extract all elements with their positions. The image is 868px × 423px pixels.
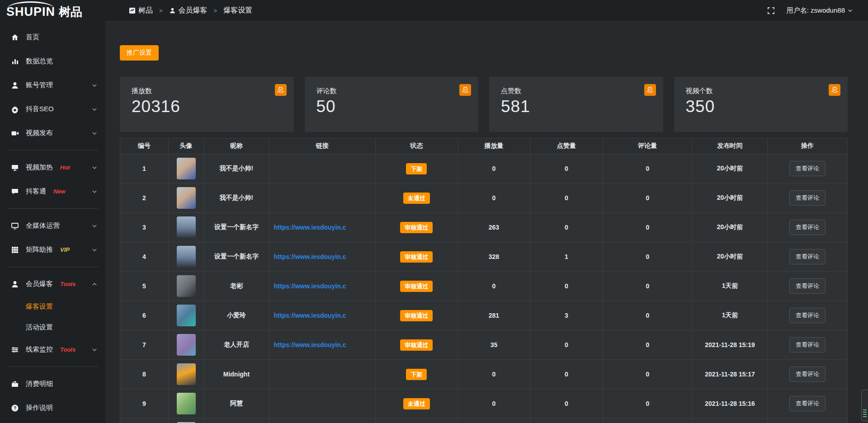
video-link[interactable]: https://www.iesdouyin.c (269, 282, 375, 290)
sidebar-item-label: 消费明细 (26, 380, 53, 388)
sidebar-subitem-activity-settings[interactable]: 活动设置 (0, 317, 105, 338)
breadcrumb-item-member-baoke[interactable]: 会员爆客 (179, 6, 208, 15)
cell-status: 审核通过 (375, 330, 458, 360)
floating-widget[interactable] (861, 390, 868, 421)
column-header-actions: 操作 (767, 138, 847, 154)
status-badge: 审核通过 (400, 339, 433, 351)
new-badge: New (53, 188, 66, 195)
cell-likes: 0 (530, 213, 603, 242)
cell-avatar (168, 301, 203, 330)
avatar (177, 393, 196, 414)
sidebar-item-consumption-details[interactable]: 消费明细 (0, 372, 105, 396)
view-comments-button[interactable]: 查看评论 (789, 161, 826, 176)
cell-link: https://www.iesdouyin.c (269, 272, 375, 301)
grid-icon (11, 246, 19, 254)
user-menu[interactable]: 用户名: zswodun88 (787, 6, 853, 15)
avatar (177, 216, 196, 238)
video-link[interactable]: https://www.iesdouyin.c (269, 312, 375, 319)
chevron-down-icon (92, 347, 97, 352)
cell-comments: 0 (603, 272, 693, 301)
view-comments-button[interactable]: 查看评论 (789, 367, 826, 382)
cell-id: 4 (120, 242, 169, 272)
cell-status: 审核通过 (375, 301, 458, 330)
video-camera-icon (11, 129, 19, 137)
stat-label: 视频个数 (686, 87, 837, 95)
view-comments-button[interactable]: 查看评论 (789, 249, 826, 264)
sidebar-subitem-baoke-settings[interactable]: 爆客设置 (0, 296, 105, 317)
video-link[interactable]: https://www.iesdouyin.c (269, 253, 375, 260)
avatar (177, 187, 196, 209)
bar-chart-icon (11, 57, 19, 66)
sidebar-item-home[interactable]: 首页 (0, 25, 105, 49)
sidebar-item-video-heat[interactable]: 视频加热 Hot (0, 155, 105, 179)
sidebar-item-label: 全媒体运营 (26, 221, 60, 230)
cell-actions (767, 418, 847, 423)
sidebar-item-omnimedia[interactable]: 全媒体运营 (0, 214, 105, 238)
cell-likes: 1 (530, 242, 603, 272)
table-header-row: 编号 头像 昵称 链接 状态 播放量 点赞量 评论量 发布时间 操作 (120, 138, 848, 154)
stat-value: 581 (501, 97, 652, 116)
column-header-status: 状态 (375, 138, 458, 154)
cell-actions: 查看评论 (767, 183, 847, 213)
avatar (177, 363, 196, 385)
tools-badge: Tools (60, 346, 75, 353)
cell-actions: 查看评论 (767, 330, 847, 360)
cell-status: 下架 (375, 154, 458, 183)
stat-card-videos: 视频个数 350 总 (674, 77, 848, 132)
cell-link (269, 389, 375, 418)
videos-table-container: 编号 头像 昵称 链接 状态 播放量 点赞量 评论量 发布时间 操作 (120, 138, 848, 423)
view-comments-button[interactable]: 查看评论 (789, 190, 826, 206)
sidebar-item-member-baoke[interactable]: 会员爆客 Tools (0, 272, 105, 296)
cell-link (269, 360, 375, 389)
total-badge: 总 (459, 84, 471, 96)
view-comments-button[interactable]: 查看评论 (789, 337, 826, 352)
cell-plays: 281 (458, 301, 530, 330)
cell-comments: 0 (603, 330, 693, 360)
cell-plays: 0 (458, 154, 530, 183)
sidebar-item-instructions[interactable]: 操作说明 (0, 396, 105, 420)
cell-comments: 0 (603, 242, 693, 272)
chat-bubble-icon (11, 188, 19, 196)
question-circle-icon (11, 404, 19, 412)
sidebar-item-lead-monitoring[interactable]: 线索监控 Tools (0, 338, 105, 362)
stat-label: 评论数 (316, 87, 468, 95)
cell-link (269, 183, 375, 213)
widget-bar (863, 409, 867, 410)
sidebar-item-video-publish[interactable]: 视频发布 (0, 121, 105, 145)
view-comments-button[interactable]: 查看评论 (789, 278, 826, 294)
status-badge: 审核通过 (400, 222, 433, 233)
cell-id: 5 (120, 272, 169, 301)
cell-avatar (168, 183, 203, 213)
table-row: 5 老彬 https://www.iesdouyin.c 审核通过 0 0 0 … (120, 272, 848, 301)
sidebar-item-douketong[interactable]: 抖客通 New (0, 179, 105, 203)
breadcrumb-item-shupin[interactable]: 树品 (138, 6, 153, 15)
stat-card-plays: 播放数 20316 总 (120, 77, 294, 132)
promo-settings-button[interactable]: 推广设置 (120, 45, 159, 61)
video-link[interactable]: https://www.iesdouyin.c (269, 224, 375, 231)
cell-avatar (168, 330, 203, 360)
view-comments-button[interactable]: 查看评论 (789, 308, 826, 323)
fullscreen-icon[interactable] (767, 7, 775, 14)
sidebar-item-data-overview[interactable]: 数据总览 (0, 49, 105, 73)
sidebar-nav: 首页 数据总览 账号管理 抖音SEO 视频发布 (0, 24, 105, 420)
sidebar-item-douyin-seo[interactable]: 抖音SEO (0, 97, 105, 121)
video-link[interactable]: https://www.iesdouyin.c (269, 341, 375, 348)
sidebar-item-label: 线索监控 (26, 345, 53, 354)
cell-comments (603, 418, 693, 423)
cell-status (375, 418, 458, 423)
cell-publish-time (693, 418, 768, 423)
cell-comments: 0 (603, 183, 693, 213)
view-comments-button[interactable]: 查看评论 (789, 396, 826, 411)
sidebar-item-account-management[interactable]: 账号管理 (0, 73, 105, 97)
wallet-icon (11, 380, 19, 388)
cell-nickname: 阿慧 (204, 389, 269, 418)
status-badge: 未通过 (403, 193, 430, 204)
cell-id: 1 (120, 154, 169, 183)
stat-card-likes: 点赞数 581 总 (489, 77, 663, 132)
sidebar-item-matrix-boost[interactable]: 矩阵助推 VIP (0, 238, 105, 262)
cell-plays: 35 (458, 330, 530, 360)
sidebar-item-label: 会员爆客 (26, 280, 53, 288)
view-comments-button[interactable]: 查看评论 (789, 220, 826, 235)
chevron-down-icon (92, 83, 97, 88)
screen-icon (11, 164, 19, 172)
